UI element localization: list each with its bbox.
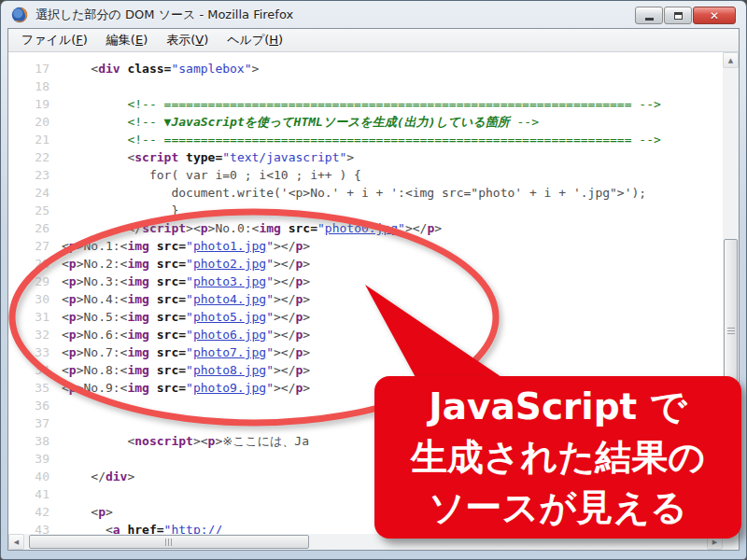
line-number: 27: [8, 237, 62, 255]
vertical-scrollbar[interactable]: ▲ ▼: [723, 52, 739, 550]
source-line: 40</div>: [8, 468, 723, 485]
source-text: p: [69, 328, 77, 342]
source-text: src=: [149, 239, 186, 253]
source-link[interactable]: photo5.jpg: [193, 310, 266, 324]
line-number: 31: [8, 308, 62, 326]
source-text: >No.1:<: [77, 239, 128, 253]
source-text: src=: [149, 257, 186, 271]
menu-item-f[interactable]: ファイル(F): [12, 29, 97, 51]
line-number: 19: [8, 95, 62, 113]
source-text: p: [69, 381, 77, 395]
source-line: 42<p>: [8, 503, 723, 521]
source-text: noscript: [134, 434, 193, 448]
source-line: 30<p>No.4:<img src="photo4.jpg"></p>: [8, 290, 723, 308]
minimize-button[interactable]: [635, 7, 663, 24]
line-number: 29: [8, 273, 62, 290]
source-text: src=: [149, 381, 186, 395]
source-text: ": [266, 239, 274, 253]
line-number: 28: [8, 255, 62, 273]
scroll-left-icon[interactable]: ◀: [8, 534, 24, 550]
line-number: 17: [8, 60, 62, 77]
source-text: img: [127, 328, 148, 342]
source-link[interactable]: photo4.jpg: [193, 292, 266, 306]
source-text: ></: [274, 363, 295, 377]
scrollbar-corner: [723, 534, 739, 550]
scroll-right-icon[interactable]: ▶: [707, 534, 723, 550]
source-text: <: [62, 239, 69, 253]
source-link[interactable]: photo8.jpg: [193, 363, 266, 377]
source-text: >: [434, 221, 442, 235]
source-link[interactable]: photo1.jpg: [193, 239, 266, 253]
thumb-grip: [165, 539, 173, 546]
line-number: 25: [8, 202, 62, 219]
source-text: ": [266, 310, 274, 324]
source-text: ": [317, 221, 325, 235]
source-text: src=: [149, 292, 186, 306]
line-number: 32: [8, 326, 62, 343]
firefox-icon: [11, 7, 28, 23]
source-text: img: [127, 274, 148, 288]
source-text: <: [62, 292, 69, 306]
source-text: >No.3:<: [77, 274, 128, 288]
source-text: script: [134, 150, 178, 164]
source-line: 36: [8, 397, 723, 414]
source-text: p: [69, 239, 77, 253]
line-number: 38: [8, 432, 62, 450]
source-text: >: [303, 345, 310, 359]
window-client: ファイル(F)編集(E)表示(V)ヘルプ(H) 17<div class="sa…: [7, 28, 740, 551]
source-line: 33<p>No.7:<img src="photo7.jpg"></p>: [8, 343, 723, 361]
menu-item-h[interactable]: ヘルプ(H): [218, 29, 292, 51]
thumb-grip: [727, 328, 735, 335]
source-text: ></: [274, 257, 295, 271]
vertical-scrollbar-thumb[interactable]: [724, 239, 738, 424]
horizontal-scrollbar-thumb[interactable]: [29, 535, 309, 549]
line-number: 21: [8, 131, 62, 148]
source-text: ": [266, 292, 274, 306]
source-link[interactable]: photo2.jpg: [193, 257, 266, 271]
source-text: >No.4:<: [77, 292, 128, 306]
line-number: 20: [8, 113, 62, 131]
source-line: 38<noscript><p>※ここには、Ja: [8, 432, 723, 450]
source-text: src=: [149, 274, 186, 288]
line-number: 37: [8, 414, 62, 432]
source-text: >: [303, 328, 310, 342]
menu-item-e[interactable]: 編集(E): [97, 29, 157, 51]
source-text: >: [303, 239, 310, 253]
source-text: src=: [149, 363, 186, 377]
horizontal-scrollbar[interactable]: ◀ ▶: [8, 534, 723, 550]
source-text: "samplebox": [171, 62, 251, 76]
source-line: 37: [8, 414, 723, 432]
source-link[interactable]: photo3.jpg: [193, 274, 266, 288]
source-text: ": [266, 257, 274, 271]
source-text: class=: [120, 62, 172, 76]
source-link[interactable]: photo7.jpg: [193, 345, 266, 359]
source-line: 17<div class="samplebox">: [8, 60, 723, 77]
source-text: p: [69, 292, 77, 306]
source-text: p: [69, 363, 77, 377]
source-text: >※ここには、Ja: [215, 434, 309, 448]
source-text: }: [171, 203, 178, 217]
source-link[interactable]: photo9.jpg: [193, 381, 266, 395]
source-text: div: [98, 62, 120, 76]
source-text: >: [303, 363, 310, 377]
source-text: img: [127, 381, 148, 395]
source-text: ": [266, 328, 274, 342]
source-line: 32<p>No.6:<img src="photo6.jpg"></p>: [8, 326, 723, 343]
source-text: <: [62, 257, 69, 271]
source-text: ": [186, 239, 193, 253]
maximize-button[interactable]: [664, 7, 692, 24]
source-text: ": [186, 363, 193, 377]
source-text: document.write('<p>No.' + i + ':<img src…: [171, 186, 646, 200]
source-text: p: [69, 310, 77, 324]
source-text: <: [62, 363, 69, 377]
source-line: 35<p>No.9:<img src="photo9.jpg"></p>: [8, 379, 723, 397]
menu-item-v[interactable]: 表示(V): [157, 29, 218, 51]
source-text: ": [398, 221, 405, 235]
close-button[interactable]: ✕: [693, 7, 736, 24]
scroll-up-icon[interactable]: ▲: [723, 52, 739, 68]
title-bar[interactable]: 選択した部分の DOM ソース - Mozilla Firefox ✕: [7, 1, 740, 28]
menu-bar: ファイル(F)編集(E)表示(V)ヘルプ(H): [8, 29, 739, 52]
source-link[interactable]: photo6.jpg: [193, 328, 266, 342]
window-title: 選択した部分の DOM ソース - Mozilla Firefox: [35, 7, 293, 23]
source-link[interactable]: photo0.jpg: [325, 221, 398, 235]
